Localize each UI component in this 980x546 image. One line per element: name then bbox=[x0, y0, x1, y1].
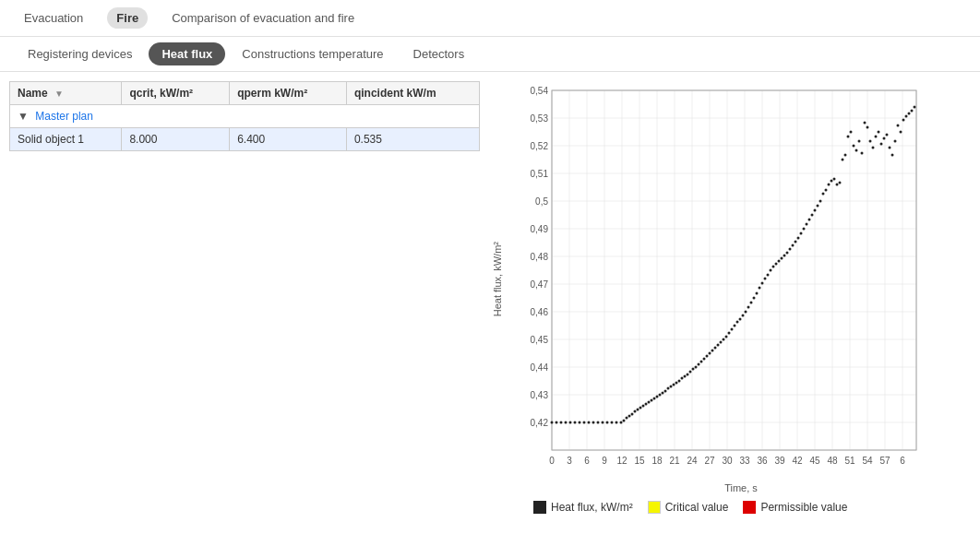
svg-text:9: 9 bbox=[602, 456, 607, 466]
svg-point-73 bbox=[556, 421, 558, 424]
svg-point-107 bbox=[675, 382, 678, 385]
svg-point-147 bbox=[786, 252, 789, 255]
svg-point-184 bbox=[889, 147, 891, 149]
svg-point-154 bbox=[806, 223, 808, 226]
svg-point-103 bbox=[664, 390, 667, 393]
svg-point-143 bbox=[775, 263, 778, 266]
svg-point-84 bbox=[606, 421, 609, 424]
svg-point-153 bbox=[803, 228, 806, 231]
chart-svg-wrapper: 0,54 0,53 0,52 0,51 0,5 0,49 0,48 0,47 0… bbox=[506, 81, 930, 514]
svg-point-99 bbox=[653, 398, 656, 400]
svg-text:51: 51 bbox=[844, 456, 855, 466]
svg-point-76 bbox=[569, 421, 572, 424]
svg-text:18: 18 bbox=[651, 456, 663, 466]
svg-text:0,45: 0,45 bbox=[531, 335, 549, 345]
svg-point-145 bbox=[781, 257, 783, 260]
svg-point-131 bbox=[742, 315, 745, 317]
svg-point-81 bbox=[592, 421, 595, 424]
svg-text:0,49: 0,49 bbox=[531, 224, 549, 234]
x-axis-label: Time, s bbox=[552, 482, 930, 493]
svg-point-172 bbox=[855, 149, 858, 152]
svg-text:21: 21 bbox=[669, 456, 680, 466]
col-qperm: qperm kW/m² bbox=[230, 82, 347, 105]
svg-point-141 bbox=[770, 269, 772, 272]
svg-point-190 bbox=[905, 115, 908, 118]
table-row: Solid object 1 8.000 6.400 0.535 bbox=[10, 128, 480, 151]
svg-point-109 bbox=[681, 377, 684, 380]
svg-point-142 bbox=[772, 266, 775, 268]
svg-point-74 bbox=[560, 421, 563, 424]
svg-point-121 bbox=[714, 347, 717, 350]
expand-arrow-icon[interactable]: ▼ bbox=[18, 110, 29, 123]
data-table: Name ▼ qcrit, kW/m² qperm kW/m² qinciden… bbox=[9, 81, 480, 151]
nav-comparison[interactable]: Comparison of evacuation and fire bbox=[162, 7, 364, 29]
svg-text:0,54: 0,54 bbox=[531, 86, 549, 96]
svg-point-134 bbox=[750, 302, 753, 304]
subnav-registering[interactable]: Registering devices bbox=[15, 42, 145, 65]
svg-point-182 bbox=[883, 137, 886, 140]
row-qincident: 0.535 bbox=[346, 128, 479, 151]
svg-point-102 bbox=[662, 392, 664, 395]
legend-critical-label: Critical value bbox=[665, 501, 729, 514]
svg-point-124 bbox=[723, 338, 725, 341]
subnav-detectors[interactable]: Detectors bbox=[400, 42, 478, 65]
svg-text:6: 6 bbox=[900, 456, 905, 466]
svg-point-163 bbox=[831, 180, 833, 183]
svg-point-167 bbox=[842, 159, 844, 161]
svg-point-120 bbox=[711, 350, 714, 352]
svg-text:0,42: 0,42 bbox=[531, 418, 549, 428]
svg-text:0,48: 0,48 bbox=[531, 252, 549, 262]
svg-point-106 bbox=[673, 384, 675, 386]
subnav-heatflux[interactable]: Heat flux bbox=[149, 42, 225, 65]
legend-permissible-color bbox=[743, 501, 756, 514]
svg-point-100 bbox=[656, 396, 659, 398]
svg-text:24: 24 bbox=[687, 456, 698, 466]
svg-text:0,52: 0,52 bbox=[531, 141, 549, 151]
svg-text:0,51: 0,51 bbox=[531, 169, 549, 179]
svg-text:27: 27 bbox=[704, 456, 715, 466]
svg-point-80 bbox=[588, 421, 591, 424]
svg-point-113 bbox=[692, 368, 695, 371]
svg-point-125 bbox=[725, 336, 728, 338]
svg-point-166 bbox=[839, 182, 842, 184]
svg-point-98 bbox=[651, 399, 653, 402]
svg-point-105 bbox=[670, 386, 673, 388]
svg-point-150 bbox=[795, 241, 797, 243]
svg-point-160 bbox=[822, 193, 825, 196]
nav-fire[interactable]: Fire bbox=[107, 7, 148, 29]
svg-point-168 bbox=[844, 154, 847, 157]
legend-heat-flux: Heat flux, kW/m² bbox=[533, 501, 633, 514]
svg-text:6: 6 bbox=[584, 456, 590, 466]
svg-point-151 bbox=[797, 237, 800, 240]
svg-point-104 bbox=[667, 387, 670, 390]
subnav-constructions[interactable]: Constructions temperature bbox=[229, 42, 396, 65]
svg-point-140 bbox=[767, 274, 770, 277]
svg-point-122 bbox=[717, 344, 720, 347]
sub-navigation: Registering devices Heat flux Constructi… bbox=[0, 37, 980, 72]
svg-point-164 bbox=[833, 178, 836, 181]
svg-point-90 bbox=[628, 415, 631, 418]
svg-point-115 bbox=[698, 363, 700, 366]
svg-text:0,47: 0,47 bbox=[531, 279, 549, 290]
svg-point-88 bbox=[623, 420, 626, 422]
svg-text:15: 15 bbox=[634, 456, 645, 466]
table-area: Name ▼ qcrit, kW/m² qperm kW/m² qinciden… bbox=[9, 81, 480, 514]
svg-point-77 bbox=[574, 421, 577, 424]
master-row: ▼ Master plan bbox=[10, 105, 480, 128]
svg-text:0,46: 0,46 bbox=[531, 307, 549, 317]
filter-icon[interactable]: ▼ bbox=[54, 89, 64, 99]
svg-point-128 bbox=[734, 325, 736, 327]
svg-point-185 bbox=[891, 154, 894, 157]
svg-point-91 bbox=[631, 413, 634, 416]
svg-point-94 bbox=[639, 407, 642, 410]
svg-point-110 bbox=[684, 375, 687, 378]
chart-area: Heat flux, kW/m² bbox=[489, 81, 971, 514]
svg-point-79 bbox=[583, 421, 586, 424]
svg-text:0,5: 0,5 bbox=[535, 196, 548, 207]
svg-text:30: 30 bbox=[722, 456, 733, 466]
svg-point-118 bbox=[706, 355, 709, 358]
row-name[interactable]: Solid object 1 bbox=[10, 128, 122, 151]
svg-point-148 bbox=[789, 248, 792, 251]
nav-evacuation[interactable]: Evacuation bbox=[15, 7, 92, 29]
svg-point-165 bbox=[836, 184, 839, 186]
